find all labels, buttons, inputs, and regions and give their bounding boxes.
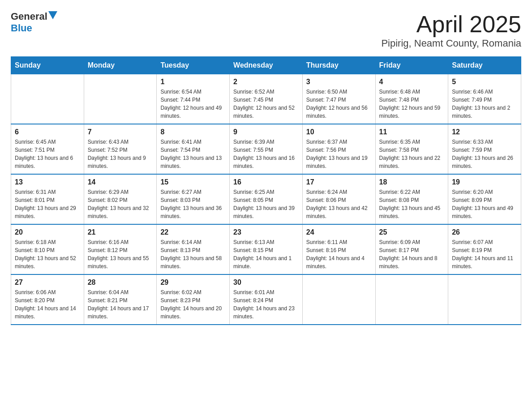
logo-blue: Blue bbox=[11, 22, 32, 34]
day-number: 23 bbox=[233, 228, 299, 236]
calendar-cell bbox=[11, 74, 84, 124]
day-info: Sunrise: 6:52 AMSunset: 7:45 PMDaylight:… bbox=[233, 88, 299, 120]
calendar-cell: 22Sunrise: 6:14 AMSunset: 8:13 PMDayligh… bbox=[157, 224, 230, 274]
weekday-header-monday: Monday bbox=[84, 57, 157, 74]
calendar-cell: 29Sunrise: 6:02 AMSunset: 8:23 PMDayligh… bbox=[157, 274, 230, 325]
day-number: 25 bbox=[379, 228, 445, 236]
day-info: Sunrise: 6:37 AMSunset: 7:56 PMDaylight:… bbox=[306, 138, 372, 170]
day-number: 7 bbox=[88, 128, 153, 136]
calendar-cell: 21Sunrise: 6:16 AMSunset: 8:12 PMDayligh… bbox=[84, 224, 157, 274]
day-info: Sunrise: 6:46 AMSunset: 7:49 PMDaylight:… bbox=[452, 88, 517, 120]
calendar-cell: 24Sunrise: 6:11 AMSunset: 8:16 PMDayligh… bbox=[302, 224, 375, 274]
calendar-cell: 7Sunrise: 6:43 AMSunset: 7:52 PMDaylight… bbox=[84, 124, 157, 174]
calendar-cell: 19Sunrise: 6:20 AMSunset: 8:09 PMDayligh… bbox=[448, 174, 521, 224]
logo-arrow-icon bbox=[48, 11, 57, 20]
page-header: General Blue April 2025 Pipirig, Neamt C… bbox=[11, 11, 521, 49]
day-number: 30 bbox=[233, 278, 299, 287]
day-info: Sunrise: 6:45 AMSunset: 7:51 PMDaylight:… bbox=[15, 138, 80, 170]
calendar-cell: 13Sunrise: 6:31 AMSunset: 8:01 PMDayligh… bbox=[11, 174, 84, 224]
calendar-week-row: 27Sunrise: 6:06 AMSunset: 8:20 PMDayligh… bbox=[11, 274, 521, 325]
day-number: 2 bbox=[233, 78, 299, 86]
day-number: 4 bbox=[379, 78, 445, 86]
day-info: Sunrise: 6:01 AMSunset: 8:24 PMDaylight:… bbox=[233, 288, 299, 321]
calendar-cell: 20Sunrise: 6:18 AMSunset: 8:10 PMDayligh… bbox=[11, 224, 84, 274]
day-info: Sunrise: 6:18 AMSunset: 8:10 PMDaylight:… bbox=[15, 238, 80, 270]
day-info: Sunrise: 6:24 AMSunset: 8:06 PMDaylight:… bbox=[306, 188, 372, 220]
calendar-week-row: 13Sunrise: 6:31 AMSunset: 8:01 PMDayligh… bbox=[11, 174, 521, 224]
day-info: Sunrise: 6:39 AMSunset: 7:55 PMDaylight:… bbox=[233, 138, 299, 170]
day-info: Sunrise: 6:04 AMSunset: 8:21 PMDaylight:… bbox=[88, 288, 153, 321]
calendar-cell: 30Sunrise: 6:01 AMSunset: 8:24 PMDayligh… bbox=[230, 274, 303, 325]
day-info: Sunrise: 6:11 AMSunset: 8:16 PMDaylight:… bbox=[306, 238, 372, 270]
calendar-cell: 23Sunrise: 6:13 AMSunset: 8:15 PMDayligh… bbox=[230, 224, 303, 274]
calendar-cell: 25Sunrise: 6:09 AMSunset: 8:17 PMDayligh… bbox=[375, 224, 448, 274]
day-number: 5 bbox=[452, 78, 517, 86]
day-number: 28 bbox=[88, 278, 153, 287]
calendar-cell: 3Sunrise: 6:50 AMSunset: 7:47 PMDaylight… bbox=[302, 74, 375, 124]
calendar-cell bbox=[302, 274, 375, 325]
day-info: Sunrise: 6:14 AMSunset: 8:13 PMDaylight:… bbox=[160, 238, 226, 270]
calendar-week-row: 6Sunrise: 6:45 AMSunset: 7:51 PMDaylight… bbox=[11, 124, 521, 174]
day-number: 9 bbox=[233, 128, 299, 136]
day-number: 6 bbox=[15, 128, 80, 136]
logo-general: General bbox=[11, 11, 47, 22]
day-number: 19 bbox=[452, 178, 517, 186]
weekday-header-sunday: Sunday bbox=[11, 57, 84, 74]
day-number: 21 bbox=[88, 228, 153, 236]
day-info: Sunrise: 6:43 AMSunset: 7:52 PMDaylight:… bbox=[88, 138, 153, 170]
weekday-header-saturday: Saturday bbox=[448, 57, 521, 74]
day-number: 8 bbox=[160, 128, 226, 136]
calendar-cell bbox=[375, 274, 448, 325]
day-number: 22 bbox=[160, 228, 226, 236]
weekday-header-friday: Friday bbox=[375, 57, 448, 74]
day-info: Sunrise: 6:13 AMSunset: 8:15 PMDaylight:… bbox=[233, 238, 299, 270]
day-number: 24 bbox=[306, 228, 372, 236]
calendar-table: SundayMondayTuesdayWednesdayThursdayFrid… bbox=[11, 56, 521, 325]
day-number: 17 bbox=[306, 178, 372, 186]
day-number: 3 bbox=[306, 78, 372, 86]
calendar-cell: 16Sunrise: 6:25 AMSunset: 8:05 PMDayligh… bbox=[230, 174, 303, 224]
day-info: Sunrise: 6:22 AMSunset: 8:08 PMDaylight:… bbox=[379, 188, 445, 220]
day-info: Sunrise: 6:54 AMSunset: 7:44 PMDaylight:… bbox=[160, 88, 226, 120]
day-info: Sunrise: 6:07 AMSunset: 8:19 PMDaylight:… bbox=[452, 238, 517, 270]
day-number: 29 bbox=[160, 278, 226, 287]
calendar-week-row: 1Sunrise: 6:54 AMSunset: 7:44 PMDaylight… bbox=[11, 74, 521, 124]
calendar-cell: 1Sunrise: 6:54 AMSunset: 7:44 PMDaylight… bbox=[157, 74, 230, 124]
day-info: Sunrise: 6:41 AMSunset: 7:54 PMDaylight:… bbox=[160, 138, 226, 170]
day-number: 15 bbox=[160, 178, 226, 186]
calendar-cell: 2Sunrise: 6:52 AMSunset: 7:45 PMDaylight… bbox=[230, 74, 303, 124]
calendar-cell bbox=[84, 74, 157, 124]
day-info: Sunrise: 6:25 AMSunset: 8:05 PMDaylight:… bbox=[233, 188, 299, 220]
calendar-cell: 5Sunrise: 6:46 AMSunset: 7:49 PMDaylight… bbox=[448, 74, 521, 124]
day-info: Sunrise: 6:31 AMSunset: 8:01 PMDaylight:… bbox=[15, 188, 80, 220]
calendar-cell: 6Sunrise: 6:45 AMSunset: 7:51 PMDaylight… bbox=[11, 124, 84, 174]
calendar-cell: 27Sunrise: 6:06 AMSunset: 8:20 PMDayligh… bbox=[11, 274, 84, 325]
day-info: Sunrise: 6:16 AMSunset: 8:12 PMDaylight:… bbox=[88, 238, 153, 270]
day-info: Sunrise: 6:35 AMSunset: 7:58 PMDaylight:… bbox=[379, 138, 445, 170]
calendar-cell bbox=[448, 274, 521, 325]
day-number: 20 bbox=[15, 228, 80, 236]
day-number: 14 bbox=[88, 178, 153, 186]
weekday-header-thursday: Thursday bbox=[302, 57, 375, 74]
weekday-header-row: SundayMondayTuesdayWednesdayThursdayFrid… bbox=[11, 57, 521, 74]
day-info: Sunrise: 6:48 AMSunset: 7:48 PMDaylight:… bbox=[379, 88, 445, 120]
day-number: 11 bbox=[379, 128, 445, 136]
day-info: Sunrise: 6:33 AMSunset: 7:59 PMDaylight:… bbox=[452, 138, 517, 170]
calendar-cell: 17Sunrise: 6:24 AMSunset: 8:06 PMDayligh… bbox=[302, 174, 375, 224]
day-number: 16 bbox=[233, 178, 299, 186]
day-number: 13 bbox=[15, 178, 80, 186]
day-info: Sunrise: 6:20 AMSunset: 8:09 PMDaylight:… bbox=[452, 188, 517, 220]
calendar-cell: 4Sunrise: 6:48 AMSunset: 7:48 PMDaylight… bbox=[375, 74, 448, 124]
day-info: Sunrise: 6:29 AMSunset: 8:02 PMDaylight:… bbox=[88, 188, 153, 220]
svg-marker-0 bbox=[48, 11, 57, 19]
day-number: 10 bbox=[306, 128, 372, 136]
day-info: Sunrise: 6:09 AMSunset: 8:17 PMDaylight:… bbox=[379, 238, 445, 270]
calendar-cell: 18Sunrise: 6:22 AMSunset: 8:08 PMDayligh… bbox=[375, 174, 448, 224]
calendar-cell: 28Sunrise: 6:04 AMSunset: 8:21 PMDayligh… bbox=[84, 274, 157, 325]
day-info: Sunrise: 6:06 AMSunset: 8:20 PMDaylight:… bbox=[15, 288, 80, 321]
day-info: Sunrise: 6:50 AMSunset: 7:47 PMDaylight:… bbox=[306, 88, 372, 120]
title-section: April 2025 Pipirig, Neamt County, Romani… bbox=[381, 11, 521, 49]
day-number: 1 bbox=[160, 78, 226, 86]
day-number: 12 bbox=[452, 128, 517, 136]
calendar-cell: 26Sunrise: 6:07 AMSunset: 8:19 PMDayligh… bbox=[448, 224, 521, 274]
